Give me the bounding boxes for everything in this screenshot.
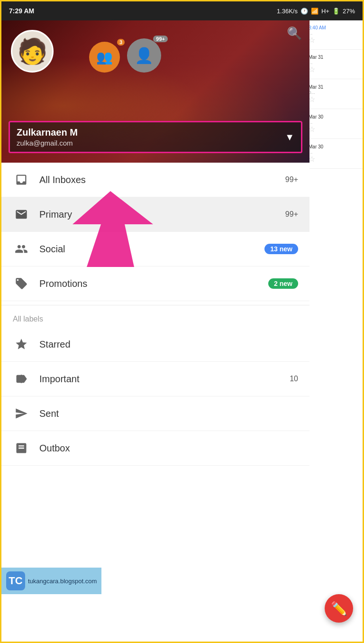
important-icon xyxy=(13,370,30,387)
menu-item-starred[interactable]: Starred xyxy=(1,327,309,362)
email-item-bg-3: Mar 31 o... ☆ xyxy=(305,79,363,109)
all-inboxes-icon xyxy=(13,171,30,188)
email-dots-1: ... xyxy=(309,30,359,36)
email-time-4: Mar 30 xyxy=(309,114,323,119)
email-time-2: Mar 31 xyxy=(309,55,323,60)
outbox-label: Outbox xyxy=(39,443,298,454)
avatars-row: 🧑 👥 3 👤 99+ xyxy=(11,30,161,73)
email-partial: zulka xyxy=(17,139,33,147)
status-speed: 1.36K/s xyxy=(277,8,298,15)
menu-item-outbox[interactable]: Outbox xyxy=(1,431,309,466)
status-signal-icon: 📶 xyxy=(311,8,318,15)
drawer-header: 🔍 🧑 👥 3 👤 99+ xyxy=(1,20,309,163)
search-icon-glyph: 🔍 xyxy=(287,26,302,40)
status-bar: 7:29 AM 1.36K/s 🕐 📶 H+ 🔋 27% xyxy=(1,1,363,20)
status-clock-icon: 🕐 xyxy=(300,8,308,15)
all-labels-header: All labels xyxy=(1,305,309,327)
account-name: Zulkarnaen M xyxy=(17,127,78,138)
email-star-2[interactable]: ☆ xyxy=(309,65,315,73)
email-item-bg-5: Mar 30 ... ☆ xyxy=(305,139,363,169)
email-star-1[interactable]: ☆ xyxy=(309,36,315,44)
menu-item-promotions[interactable]: Promotions 2 new xyxy=(1,266,309,301)
group-icon: 👥 xyxy=(96,49,113,65)
email-item-bg-2: Mar 31 ... ☆ xyxy=(305,50,363,79)
important-label: Important xyxy=(39,374,290,385)
sent-icon xyxy=(13,405,30,422)
primary-label: Primary xyxy=(39,209,285,220)
status-battery-icon: 🔋 xyxy=(332,8,340,15)
all-inboxes-label: All Inboxes xyxy=(39,175,285,185)
person-icon: 👤 xyxy=(135,46,154,64)
all-inboxes-badge: 99+ xyxy=(285,175,298,184)
main-avatar[interactable]: 🧑 xyxy=(11,30,54,73)
account-email: zulka@gmail.com xyxy=(17,139,78,147)
email-domain: @gmail.com xyxy=(33,139,73,147)
status-time: 7:29 AM xyxy=(9,7,34,15)
email-star-3[interactable]: ☆ xyxy=(309,95,315,103)
menu-item-social[interactable]: Social 13 new xyxy=(1,232,309,266)
photo-avatar-badge: 99+ xyxy=(153,36,168,42)
group-avatar-badge: 3 xyxy=(117,39,125,46)
email-time-1: 8:40 AM xyxy=(309,25,326,30)
menu-section-inboxes: All Inboxes 99+ Primary 99+ Social 13 ne… xyxy=(1,163,309,301)
email-time-5: Mar 30 xyxy=(309,144,323,149)
promotions-label: Promotions xyxy=(39,278,268,289)
status-network: H+ xyxy=(321,8,329,15)
search-icon[interactable]: 🔍 xyxy=(287,26,302,41)
email-star-4[interactable]: ☆ xyxy=(309,125,315,133)
navigation-drawer: 🔍 🧑 👥 3 👤 99+ xyxy=(1,20,309,642)
important-badge: 10 xyxy=(290,375,298,383)
status-right: 1.36K/s 🕐 📶 H+ 🔋 27% xyxy=(277,8,355,15)
promotions-icon xyxy=(13,275,30,292)
email-list-background: 8:40 AM ... ☆ Mar 31 ... ☆ Mar 31 o... ☆… xyxy=(305,20,363,642)
email-item-bg-1: 8:40 AM ... ☆ xyxy=(305,20,363,50)
menu-item-sent[interactable]: Sent xyxy=(1,396,309,431)
starred-label: Starred xyxy=(39,339,298,350)
compose-icon: ✏️ xyxy=(331,601,347,616)
group-avatar[interactable]: 👥 3 xyxy=(89,42,120,73)
avatar-cartoon-icon: 🧑 xyxy=(17,37,48,66)
starred-icon xyxy=(13,336,30,353)
menu-item-primary[interactable]: Primary 99+ xyxy=(1,197,309,232)
menu-item-all-inboxes[interactable]: All Inboxes 99+ xyxy=(1,163,309,197)
email-time-3: Mar 31 xyxy=(309,84,323,90)
social-label: Social xyxy=(39,244,264,255)
menu-item-important[interactable]: Important 10 xyxy=(1,362,309,396)
account-info-text: Zulkarnaen M zulka@gmail.com xyxy=(17,127,78,147)
sent-label: Sent xyxy=(39,408,298,419)
social-icon xyxy=(13,240,30,257)
outbox-icon xyxy=(13,440,30,457)
promotions-badge: 2 new xyxy=(268,278,298,289)
email-star-5[interactable]: ☆ xyxy=(309,155,315,163)
social-badge: 13 new xyxy=(264,244,298,254)
primary-badge: 99+ xyxy=(285,210,298,219)
group-avatar-circle: 👥 xyxy=(89,42,120,73)
status-battery: 27% xyxy=(343,8,355,15)
photo-avatar-circle: 👤 xyxy=(127,38,161,73)
compose-fab[interactable]: ✏️ xyxy=(325,594,353,623)
photo-avatar[interactable]: 👤 99+ xyxy=(127,38,161,73)
primary-icon xyxy=(13,206,30,223)
account-info-box[interactable]: Zulkarnaen M zulka@gmail.com ▼ xyxy=(9,121,302,153)
account-dropdown-arrow[interactable]: ▼ xyxy=(285,132,294,143)
email-item-bg-4: Mar 30 ... ☆ xyxy=(305,109,363,139)
